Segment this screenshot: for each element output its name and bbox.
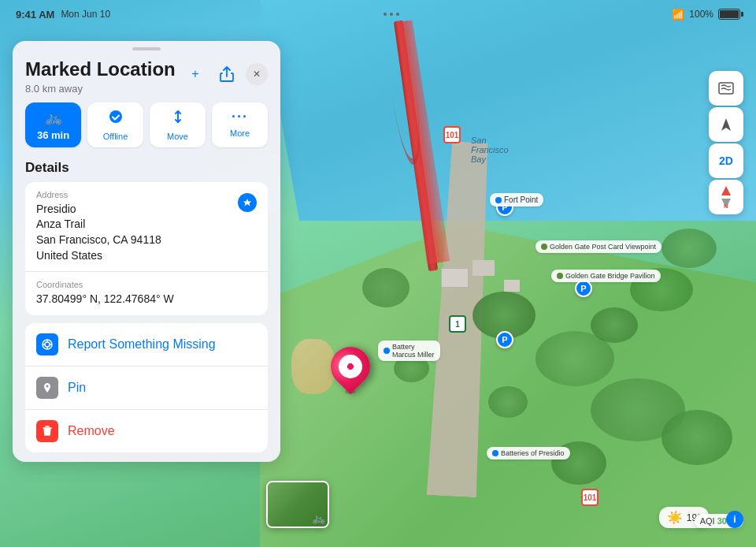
thumbnail-bike-icon: 🚲 bbox=[312, 512, 325, 524]
dot-1 bbox=[384, 13, 387, 16]
coordinates-row: Coordinates 37.80499° N, 122.47684° W bbox=[25, 272, 268, 315]
add-icon: + bbox=[191, 67, 198, 81]
aqi-text: AQI 30 bbox=[700, 516, 727, 526]
coordinates-value: 37.80499° N, 122.47684° W bbox=[36, 292, 174, 307]
address-content: Address Presidio Anza Trail San Francisc… bbox=[36, 190, 161, 263]
battery-tip bbox=[741, 12, 743, 17]
status-bar: 9:41 AM Mon Jun 10 📶 100% bbox=[0, 0, 756, 28]
trees-8 bbox=[488, 386, 528, 418]
building-1 bbox=[441, 268, 469, 288]
report-label: Report Something Missing bbox=[68, 337, 216, 352]
more-icon: ··· bbox=[232, 109, 248, 125]
action-list: Report Something Missing Pin bbox=[25, 323, 268, 452]
panel-header: Marked Location 8.0 km away + ✕ bbox=[13, 50, 280, 99]
share-icon bbox=[220, 66, 234, 82]
compass-icon: N bbox=[715, 186, 737, 208]
parking-marker-2: P bbox=[575, 280, 592, 297]
move-icon bbox=[170, 109, 186, 128]
offline-icon bbox=[108, 109, 124, 128]
remove-label: Remove bbox=[68, 424, 115, 438]
weather-icon: ☀️ bbox=[667, 510, 683, 525]
close-icon: ✕ bbox=[253, 69, 261, 80]
map-controls: 2D N bbox=[709, 71, 743, 214]
address-nav-button[interactable] bbox=[238, 193, 257, 212]
2d-view-button[interactable]: 2D bbox=[709, 143, 743, 178]
thumbnail-image: 🚲 bbox=[268, 482, 328, 527]
battery-icon bbox=[718, 9, 740, 20]
trees-5 bbox=[662, 410, 732, 465]
pin-item[interactable]: Pin bbox=[25, 367, 268, 410]
coordinates-content: Coordinates 37.80499° N, 122.47684° W bbox=[36, 280, 174, 307]
battery-fill bbox=[720, 10, 739, 18]
location-button[interactable] bbox=[709, 107, 743, 142]
battery-percent: 100% bbox=[689, 9, 713, 20]
action-row: 🚲 36 min Offline Move bbox=[13, 99, 280, 155]
bike-icon: 🚲 bbox=[45, 109, 62, 126]
highway-badge-1: 1 bbox=[449, 315, 466, 333]
bike-time: 36 min bbox=[37, 129, 69, 141]
dots-container bbox=[384, 13, 399, 16]
place-pavilion: Golden Gate Bridge Pavilion bbox=[551, 270, 661, 282]
place-viewpoint: Golden Gate Post Card Viewpoint bbox=[536, 240, 662, 253]
info-card: Address Presidio Anza Trail San Francisc… bbox=[25, 182, 268, 315]
place-fort-point: Fort Point bbox=[490, 193, 543, 207]
map-thumbnail[interactable]: 🚲 bbox=[266, 481, 329, 528]
2d-label: 2D bbox=[719, 154, 733, 167]
building-2 bbox=[472, 260, 495, 276]
location-panel: Marked Location 8.0 km away + ✕ 🚲 36 min bbox=[13, 41, 280, 462]
pin-label: Pin bbox=[68, 381, 86, 395]
address-row: Address Presidio Anza Trail San Francisc… bbox=[25, 182, 268, 272]
more-label: More bbox=[230, 128, 250, 138]
highway-badge-101-bottom: 101 bbox=[581, 489, 598, 506]
add-button[interactable]: + bbox=[183, 61, 208, 87]
move-label: Move bbox=[167, 132, 188, 141]
offline-label: Offline bbox=[103, 132, 128, 141]
svg-rect-0 bbox=[719, 83, 733, 94]
details-title: Details bbox=[25, 160, 268, 176]
trees-6 bbox=[591, 307, 638, 343]
status-date: Mon Jun 10 bbox=[61, 9, 110, 20]
offline-button[interactable]: Offline bbox=[87, 102, 143, 147]
close-button[interactable]: ✕ bbox=[246, 63, 268, 85]
report-missing-item[interactable]: Report Something Missing bbox=[25, 323, 268, 367]
share-button[interactable] bbox=[214, 61, 239, 87]
panel-subtitle: 8.0 km away bbox=[25, 83, 176, 95]
location-pin[interactable] bbox=[329, 347, 372, 397]
move-button[interactable]: Move bbox=[150, 102, 206, 147]
status-time: 9:41 AM bbox=[16, 9, 54, 20]
svg-point-3 bbox=[45, 342, 50, 347]
panel-title: Marked Location bbox=[25, 58, 176, 81]
map-layer-button[interactable] bbox=[709, 71, 743, 106]
pin-icon bbox=[36, 377, 58, 399]
trees-10 bbox=[662, 229, 717, 268]
details-section: Details Address Presidio Anza Trail San … bbox=[13, 155, 280, 456]
panel-title-area: Marked Location 8.0 km away bbox=[25, 58, 176, 95]
remove-icon bbox=[36, 420, 58, 442]
highway-badge-101-top: 101 bbox=[443, 126, 461, 143]
more-button[interactable]: ··· More bbox=[212, 102, 268, 147]
status-icons: 📶 100% bbox=[672, 9, 740, 20]
trees-1 bbox=[362, 268, 410, 307]
wifi-icon: 📶 bbox=[672, 9, 684, 20]
address-value: Presidio Anza Trail San Francisco, CA 94… bbox=[36, 202, 161, 263]
info-bubble: i bbox=[726, 511, 743, 528]
parking-marker-3: P bbox=[496, 331, 513, 348]
pin-dot bbox=[346, 362, 354, 370]
address-label: Address bbox=[36, 190, 161, 199]
dot-3 bbox=[396, 13, 399, 16]
dot-2 bbox=[390, 13, 393, 16]
compass-button[interactable]: N bbox=[709, 180, 743, 214]
report-icon bbox=[36, 333, 58, 355]
map-water bbox=[260, 0, 756, 221]
coordinates-label: Coordinates bbox=[36, 280, 174, 289]
remove-item[interactable]: Remove bbox=[25, 410, 268, 452]
bike-button[interactable]: 🚲 36 min bbox=[25, 102, 81, 147]
place-battery-marcus: BatteryMarcus Miller bbox=[378, 340, 440, 361]
golden-gate-bay-label: SanFranciscoBay bbox=[471, 136, 509, 164]
panel-header-icons: + ✕ bbox=[183, 61, 268, 87]
place-batteries-presidio: Batteries of Presidio bbox=[487, 447, 570, 460]
trees-sand bbox=[291, 339, 335, 394]
building-3 bbox=[504, 280, 520, 292]
pin-shape bbox=[323, 339, 379, 395]
pin-inner bbox=[334, 350, 367, 383]
